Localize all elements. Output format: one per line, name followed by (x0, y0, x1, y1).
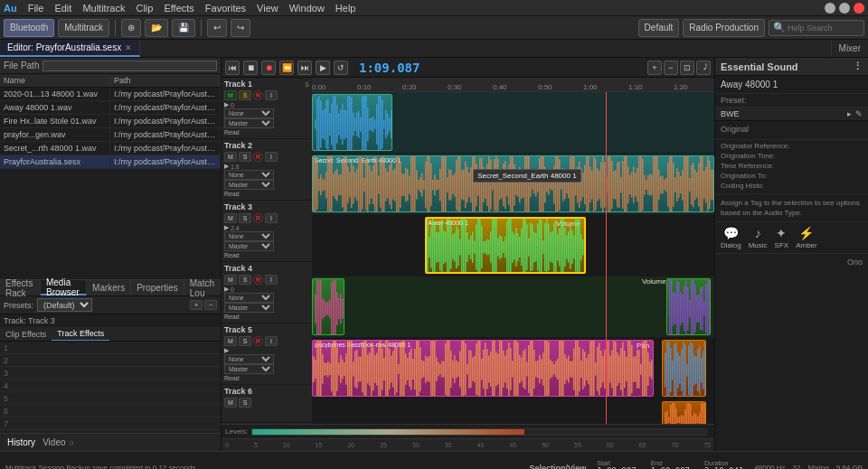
waveform-area[interactable]: 0:00 0:10 0:20 0:30 0:40 0:50 1:00 1:10 … (312, 78, 714, 424)
menu-multitrack[interactable]: Multitrack (77, 3, 130, 14)
effects-remove-button[interactable]: − (204, 300, 217, 310)
effect-row-7[interactable]: 7 (0, 417, 221, 430)
track-2-mute[interactable]: M (224, 152, 237, 162)
effects-add-button[interactable]: + (190, 300, 203, 310)
menu-effects[interactable]: Effects (158, 3, 199, 14)
effect-row-3[interactable]: 3 (0, 367, 221, 380)
track-5-input-select[interactable]: None (224, 354, 274, 364)
menu-window[interactable]: Window (284, 3, 330, 14)
track-5-input[interactable]: I (265, 336, 278, 346)
open-button[interactable]: 📂 (145, 19, 168, 37)
track-1-waveform[interactable] (312, 92, 714, 154)
track-1-input[interactable]: I (265, 90, 278, 100)
track-5-clip-2[interactable] (662, 340, 706, 397)
track-1-solo[interactable]: S (239, 90, 251, 100)
effects-rack-tab[interactable]: Media Browser (41, 280, 87, 295)
loop-button[interactable]: ↺ (334, 61, 348, 75)
rewind-button[interactable]: ⏮ (225, 61, 240, 75)
track-2-input[interactable]: I (265, 152, 278, 162)
new-button[interactable]: ⊕ (121, 19, 141, 37)
properties-tab[interactable]: Properties (131, 280, 184, 295)
track-5-solo[interactable]: S (239, 336, 251, 346)
editor-tab-close[interactable]: ✕ (125, 43, 132, 52)
skip-back-button[interactable]: ⏪ (279, 61, 294, 75)
track-2-read[interactable]: Read (224, 191, 309, 197)
minimize-button[interactable] (825, 3, 835, 14)
stop-button[interactable]: ⏹ (243, 61, 258, 75)
track-5-clip-1[interactable]: Pan pacybones bassflook-raw 48000 1 (312, 340, 654, 397)
media-browser-tab[interactable]: Effects Rack (0, 280, 41, 295)
radio-production-button[interactable]: Radio Production (683, 19, 765, 37)
effect-row-5[interactable]: 5 (0, 392, 221, 405)
editor-tab[interactable]: Editor: PrayforAustralia.sesx ✕ (0, 40, 140, 57)
track-4-solo[interactable]: S (239, 275, 251, 285)
multitrack-tab[interactable]: Multitrack (58, 19, 109, 37)
track-5-output-select[interactable]: Master (224, 364, 274, 374)
maximize-button[interactable] (839, 3, 850, 14)
preset-select[interactable]: (Default) (37, 298, 92, 312)
track-4-read[interactable]: Read (224, 314, 309, 320)
undo-button[interactable]: ↩ (207, 19, 227, 37)
video-tab[interactable]: Video (39, 437, 69, 447)
track-4-mute[interactable]: M (224, 275, 237, 285)
track-3-read[interactable]: Read (224, 252, 309, 258)
track-3-waveform[interactable]: Volume Away 48000 1 (312, 215, 714, 277)
dialog-icon[interactable]: 💬 Dialog (721, 226, 741, 249)
track-3-output-select[interactable]: Master (224, 241, 274, 251)
clip-effects-tab[interactable]: Clip Effects (0, 327, 52, 341)
markers-tab[interactable]: Markers (87, 280, 131, 295)
default-button[interactable]: Default (638, 19, 680, 37)
essential-sound-icon[interactable]: ⋮ (853, 61, 863, 72)
track-4-waveform[interactable]: Volume (312, 277, 714, 338)
track-2-solo[interactable]: S (239, 152, 251, 162)
list-item[interactable]: Fire Hx..late Stole 01.wav I:/my podcast… (0, 115, 221, 128)
track-2-output-select[interactable]: Master (224, 180, 274, 190)
music-icon[interactable]: ♪ Music (749, 226, 768, 249)
effect-row-1[interactable]: 1 (0, 342, 221, 354)
zoom-out-button[interactable]: − (664, 61, 678, 75)
track-4-clip-2[interactable] (666, 278, 711, 335)
play-button[interactable]: ▶ (316, 61, 330, 75)
track-2-waveform[interactable]: Secret_Second_Earth 48000 1 Secret_Secon… (312, 154, 714, 215)
menu-edit[interactable]: Edit (49, 3, 77, 14)
track-effects-tab[interactable]: Track Effects (52, 327, 109, 341)
bwe-btn-1[interactable]: ▸ (847, 109, 852, 118)
search-box[interactable]: 🔍 (769, 20, 864, 36)
track-6-clip-1[interactable] (662, 401, 706, 424)
amber-icon[interactable]: ⚡ Amber (796, 226, 817, 249)
track-3-clip-1[interactable]: Volume Away 48000 1 (425, 217, 586, 274)
track-1-clip-1[interactable] (312, 94, 392, 151)
track-3-mute[interactable]: M (224, 213, 237, 223)
track-5-read[interactable]: Read (224, 375, 309, 381)
effect-row-4[interactable]: 4 (0, 380, 221, 392)
track-5-mute[interactable]: M (224, 336, 237, 346)
track-3-input-select[interactable]: None (224, 231, 274, 241)
list-item[interactable]: Secret_...rth 48000 1.wav I:/my podcast/… (0, 142, 221, 155)
close-button[interactable] (854, 3, 864, 14)
track-5-rec[interactable]: R (253, 336, 263, 346)
track-1-read[interactable]: Read (224, 129, 309, 136)
bwe-btn-2[interactable]: ✎ (855, 109, 863, 118)
track-4-input[interactable]: I (265, 275, 278, 285)
redo-button[interactable]: ↪ (231, 19, 250, 37)
search-input[interactable] (788, 23, 860, 33)
record-button[interactable]: ⏺ (261, 61, 276, 75)
menu-file[interactable]: File (23, 3, 50, 14)
menu-favorites[interactable]: Favorites (200, 3, 251, 14)
files-list[interactable]: Name Path 2020-01...13 48000 1.wav I:/my… (0, 74, 221, 279)
sfx-icon[interactable]: ✦ SFX (775, 226, 789, 249)
track-3-solo[interactable]: S (239, 213, 251, 223)
track-4-input-select[interactable]: None (224, 293, 274, 303)
bluetooth-tab[interactable]: Bluetooth (4, 19, 54, 37)
save-button[interactable]: 💾 (172, 19, 195, 37)
track-1-mute[interactable]: M (224, 90, 237, 100)
snap-button[interactable]: ⊡ (680, 61, 694, 75)
metronome-button[interactable]: 𝅘𝅥𝅮 (696, 61, 711, 75)
skip-fwd-button[interactable]: ⏭ (297, 61, 312, 75)
track-4-output-select[interactable]: Master (224, 303, 274, 313)
track-5-waveform[interactable]: Pan pacybones bassflook-raw 48000 1 (312, 338, 714, 399)
track-2-clip-1[interactable]: Secret_Second_Earth 48000 1 Secret_Secon… (312, 155, 714, 212)
zoom-in-button[interactable]: + (647, 61, 662, 75)
effect-row-6[interactable]: 6 (0, 405, 221, 417)
match-lou-tab[interactable]: Match Lou (184, 280, 221, 295)
